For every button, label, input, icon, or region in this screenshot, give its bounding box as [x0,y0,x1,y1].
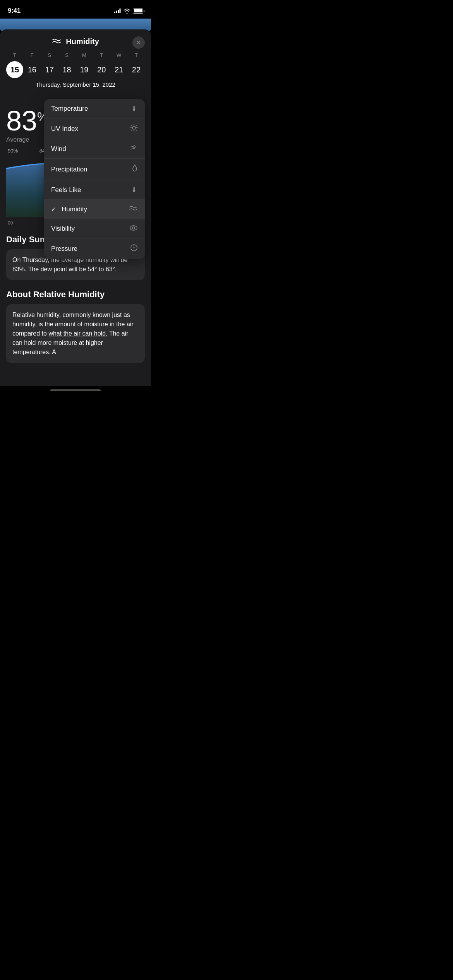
dropdown-label-pressure: Pressure [51,245,77,253]
calendar-date-17[interactable]: 17 [41,61,58,78]
humidity-title-icon [52,38,63,46]
calendar-date-22[interactable]: 22 [128,61,145,78]
svg-rect-2 [118,10,119,13]
wifi-icon [124,8,130,14]
humidity-checkmark: ✓ [51,206,56,213]
svg-line-9 [131,125,132,126]
feelslike-icon: 🌡 [131,186,138,194]
dropdown-item-wind[interactable]: Wind [44,139,145,159]
dropdown-item-feelslike[interactable]: Feels Like 🌡 [44,180,145,200]
dropdown-label-uvindex: UV Index [51,125,78,133]
status-time: 9:41 [8,7,21,15]
weather-sheet: Humidity ✕ T F S S M T W T 15 16 17 18 1… [0,29,151,386]
dropdown-item-uvindex[interactable]: UV Index [44,118,145,139]
dropdown-label-humidity: Humidity [62,206,87,213]
svg-point-4 [132,126,136,129]
about-title: About Relative Humidity [6,290,145,300]
day-label-1: F [24,52,41,58]
dropdown-item-pressure[interactable]: Pressure [44,238,145,259]
home-indicator-area [0,386,151,397]
humidity-menu-icon [129,205,138,213]
calendar-date-16[interactable]: 16 [24,61,41,78]
calendar-date-20[interactable]: 20 [93,61,110,78]
signal-icon [114,9,121,13]
calendar-date-19[interactable]: 19 [76,61,93,78]
sheet-title-text: Humidity [66,37,99,46]
visibility-icon [129,224,138,233]
svg-rect-3 [120,9,121,13]
day-label-7: T [128,52,145,58]
metric-section: 83% Average ▾ Temperature 🌡 UV Index [0,99,151,143]
close-button[interactable]: ✕ [132,36,145,49]
svg-line-10 [136,130,137,130]
calendar-date-15[interactable]: 15 [6,61,23,78]
wind-icon [130,145,138,153]
dropdown-item-precipitation[interactable]: Precipitation [44,159,145,180]
pressure-icon [130,244,138,254]
status-icons [114,8,143,14]
precipitation-icon [132,164,138,175]
svg-line-12 [131,130,132,130]
svg-rect-1 [116,11,117,14]
dropdown-label-visibility: Visibility [51,225,75,233]
calendar-dates: 15 16 17 18 19 20 21 22 [6,61,145,78]
dropdown-label-feelslike: Feels Like [51,186,81,194]
time-label-00: 00 [8,220,13,225]
battery-icon [133,9,143,14]
day-label-0: T [6,52,23,58]
day-label-5: T [93,52,110,58]
sheet-title: Humidity [52,37,99,46]
svg-point-16 [134,247,135,248]
dropdown-item-humidity[interactable]: ✓ Humidity [44,200,145,219]
dropdown-label-temperature: Temperature [51,105,88,113]
dropdown-label-wind: Wind [51,145,66,153]
calendar: T F S S M T W T 15 16 17 18 19 20 21 22 … [0,52,151,99]
about-section: About Relative Humidity Relative humidit… [0,280,151,379]
temperature-icon: 🌡 [131,105,138,113]
status-bar: 9:41 [0,0,151,19]
svg-point-14 [132,227,135,229]
day-label-6: W [110,52,127,58]
dropdown-menu: Temperature 🌡 UV Index [44,99,145,259]
svg-point-13 [130,226,137,230]
close-icon: ✕ [136,39,141,46]
svg-rect-0 [114,12,115,13]
dropdown-item-temperature[interactable]: Temperature 🌡 [44,99,145,118]
day-label-4: M [76,52,93,58]
day-label-2: S [41,52,58,58]
about-text: Relative humidity, commonly known just a… [12,312,134,355]
uvindex-icon [130,124,138,134]
calendar-date-18[interactable]: 18 [58,61,76,78]
day-label-3: S [58,52,76,58]
about-text-underlined: what the air can hold. [48,330,107,337]
full-date: Thursday, September 15, 2022 [6,78,145,94]
daily-summary-text: On Thursday, the average humidity will b… [12,257,127,272]
svg-line-11 [136,125,137,126]
dropdown-label-precipitation: Precipitation [51,166,88,173]
chart-pct-90: 90% [8,148,18,154]
home-indicator [50,389,101,391]
about-card: Relative humidity, commonly known just a… [6,304,145,363]
dropdown-item-visibility[interactable]: Visibility [44,219,145,238]
calendar-date-21[interactable]: 21 [110,61,127,78]
sheet-header: Humidity ✕ [0,29,151,52]
calendar-days-header: T F S S M T W T [6,52,145,58]
metric-number: 83 [6,105,37,136]
